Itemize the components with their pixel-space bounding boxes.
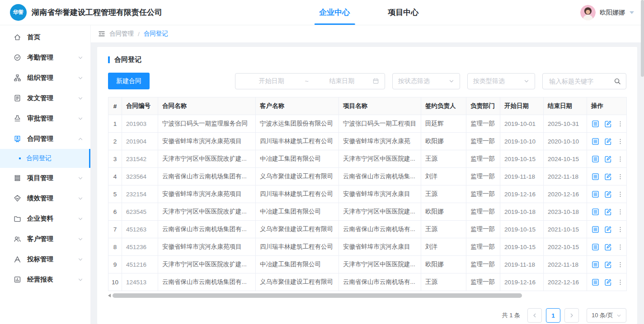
cell-contract_no: 451263: [122, 221, 158, 238]
cell-end_date: 2020-12-16: [544, 185, 587, 203]
sidebar-item-审批管理[interactable]: 审批管理: [0, 108, 90, 129]
cell-client: 四川瑞丰林建筑工程有公司: [256, 185, 339, 203]
edit-icon[interactable]: [604, 190, 612, 198]
sidebar-item-投标管理[interactable]: 投标管理: [0, 249, 90, 269]
search-icon[interactable]: [614, 78, 621, 85]
sidebar-item-经营报表[interactable]: 经营报表: [0, 269, 90, 290]
table-row: 1201903宁波张口码头一期监理服务合同宁波水运集团股份有限公司宁波张口码头一…: [108, 115, 627, 133]
breadcrumb-item-current[interactable]: 合同登记: [144, 30, 168, 38]
detail-icon[interactable]: [592, 243, 599, 251]
approval-icon: [14, 115, 21, 122]
more-icon[interactable]: [617, 173, 624, 180]
horizontal-scrollbar[interactable]: [108, 293, 626, 298]
edit-icon[interactable]: [604, 120, 612, 128]
detail-icon[interactable]: [592, 190, 599, 198]
scroll-left-arrow-icon[interactable]: [108, 294, 111, 297]
cell-signer: 王源: [421, 221, 466, 238]
cell-department: 监理一部: [466, 256, 500, 273]
cell-actions: [587, 256, 627, 273]
tab-enterprise-center[interactable]: 企业中心: [317, 0, 352, 25]
breadcrumb-item[interactable]: 合同管理: [109, 30, 134, 38]
cell-department: 监理一部: [466, 185, 500, 203]
cell-contract_no: 231542: [122, 150, 158, 168]
cell-project: 云南省保山市云南机场有...: [339, 221, 421, 238]
more-icon[interactable]: [617, 261, 624, 268]
date-range-picker[interactable]: 开始日期 ~ 结束日期: [235, 73, 385, 89]
more-icon[interactable]: [617, 138, 624, 145]
more-icon[interactable]: [617, 120, 624, 127]
cell-start_date: 2019-10-15: [500, 221, 544, 238]
detail-icon[interactable]: [592, 138, 599, 145]
table-row: 2201904安徽省蚌埠市滨河永康苑项目四川瑞丰林建筑工程有公司安徽省蚌埠市滨河…: [108, 133, 627, 150]
cell-department: 监理一部: [466, 273, 500, 291]
cell-start_date: 2019-10-15: [500, 150, 544, 168]
cell-start_date: 2019-12-16: [500, 273, 544, 291]
detail-icon[interactable]: [592, 261, 599, 268]
edit-icon[interactable]: [604, 261, 612, 268]
detail-icon[interactable]: [592, 278, 599, 286]
sidebar-item-项目管理[interactable]: 项目管理: [0, 168, 90, 188]
sidebar-item-发文管理[interactable]: 发文管理: [0, 88, 90, 108]
detail-icon[interactable]: [592, 120, 599, 128]
sidebar-item-考勤管理[interactable]: 考勤管理: [0, 47, 90, 68]
tab-project-center[interactable]: 项目中心: [386, 0, 420, 25]
cell-department: 监理一部: [466, 238, 500, 256]
more-icon[interactable]: [617, 208, 624, 215]
column-header: 合同名称: [158, 97, 256, 115]
sidebar-subitem-合同登记[interactable]: 合同登记: [0, 149, 90, 168]
detail-icon[interactable]: [592, 208, 599, 216]
cell-client: 四川瑞丰林建筑工程有公司: [256, 133, 339, 150]
more-icon[interactable]: [617, 279, 624, 286]
user-name: 欧阳娜娜: [600, 9, 625, 17]
sidebar-item-label: 经营报表: [27, 275, 78, 284]
search-input[interactable]: [548, 77, 614, 85]
table-row: 6623545天津市宁河区中医医院改扩建...中冶建工集团有限公司天津市宁河区中…: [108, 203, 627, 221]
page-size-select[interactable]: 10 条/页: [587, 308, 626, 323]
more-icon[interactable]: [617, 156, 624, 162]
next-page-button[interactable]: [564, 308, 579, 323]
user-menu[interactable]: 欧阳娜娜: [580, 5, 634, 20]
prev-page-button[interactable]: [527, 308, 542, 323]
column-header: #: [108, 97, 122, 115]
edit-icon[interactable]: [604, 243, 612, 251]
chevron-down-icon: [78, 196, 83, 201]
scrollbar-thumb[interactable]: [113, 293, 522, 298]
page-number-button[interactable]: 1: [546, 308, 560, 323]
breadcrumb: 合同管理 / 合同登记: [90, 25, 644, 42]
more-icon[interactable]: [617, 244, 624, 250]
cell-department: 监理一部: [466, 221, 500, 238]
edit-icon[interactable]: [604, 173, 612, 181]
column-header: 开始日期: [500, 97, 544, 115]
detail-icon[interactable]: [592, 155, 599, 163]
type-filter-select[interactable]: 按类型筛选: [467, 73, 535, 89]
edit-icon[interactable]: [604, 226, 612, 233]
table-header-row: #合同编号合同名称客户名称项目名称签约负责人负责部门开始日期结束日期操作: [108, 97, 627, 115]
sidebar-item-绩效管理[interactable]: 绩效管理: [0, 188, 90, 208]
more-icon[interactable]: [617, 191, 624, 198]
cell-project: 安徽省蚌埠市滨河永康目: [339, 238, 421, 256]
new-contract-button[interactable]: 新建合同: [108, 73, 150, 89]
edit-icon[interactable]: [604, 155, 612, 163]
detail-icon[interactable]: [592, 226, 599, 233]
status-filter-select[interactable]: 按状态筛选: [392, 73, 460, 89]
column-header: 操作: [587, 97, 627, 115]
cell-department: 监理一部: [466, 133, 500, 150]
sidebar-item-企业资料[interactable]: 企业资料: [0, 208, 90, 229]
edit-icon[interactable]: [604, 138, 612, 145]
sidebar-item-合同管理[interactable]: 合同管理: [0, 129, 90, 149]
chevron-down-icon: [78, 257, 83, 262]
sidebar-item-客户管理[interactable]: 客户管理: [0, 229, 90, 249]
sidebar-item-首页[interactable]: 首页: [0, 27, 90, 47]
app-header: 华誉 湖南省华誉建设工程管理有限责任公司 企业中心 项目中心 欧阳娜娜: [0, 0, 644, 25]
cell-department: 监理一部: [466, 115, 500, 133]
edit-icon[interactable]: [604, 208, 612, 216]
detail-icon[interactable]: [592, 173, 599, 181]
edit-icon[interactable]: [604, 278, 612, 286]
cell-client: 四川瑞丰林建筑工程有公司: [256, 238, 339, 256]
collapse-sidebar-icon[interactable]: [98, 30, 105, 37]
page-title: 合同登记: [108, 56, 626, 64]
more-icon[interactable]: [617, 226, 624, 233]
vertical-scrollbar-thumb[interactable]: [641, 0, 644, 77]
column-header: 合同编号: [122, 97, 158, 115]
sidebar-item-组织管理[interactable]: 组织管理: [0, 68, 90, 88]
